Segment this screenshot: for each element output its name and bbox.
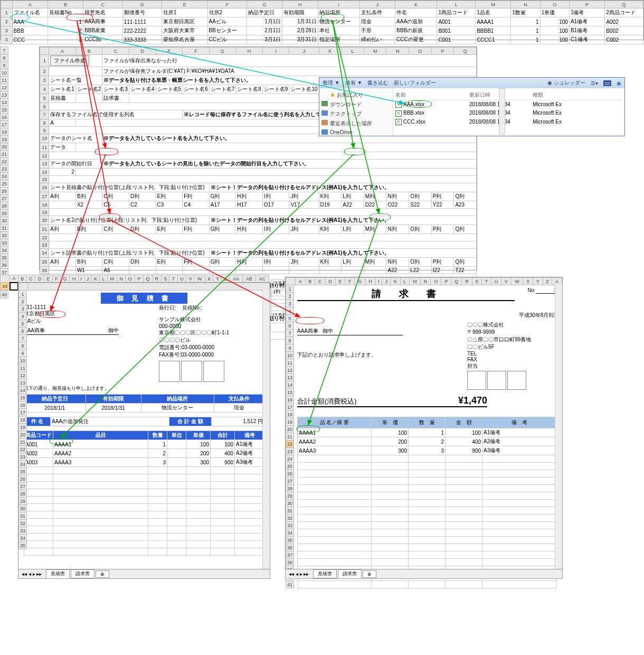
table-row[interactable]: A003AAAA33300900A3備考 <box>24 458 264 467</box>
shredder-button[interactable]: ◉ シュレッダー <box>547 79 585 87</box>
favorites[interactable]: ★ お気に入り <box>321 90 391 100</box>
xlsx-icon <box>395 101 402 108</box>
file-dialog: 整理 ▼ 共有 ▼ 書き込む 新しいフォルダー ◉ シュレッダー ☰▾ ▭ ◉ … <box>319 77 625 136</box>
data-row[interactable]: 2AAA1AAA商事111-1111東京都目黒区AAビル1月1日1月31日物流セ… <box>1 17 643 26</box>
write-button[interactable]: 書き込む <box>367 79 389 87</box>
outer-row-headers: 7891011121314151617181920212223242526272… <box>0 46 10 298</box>
table-row[interactable]: A002AAAA22200400A2備考 <box>24 449 264 458</box>
tab-quote[interactable]: 見積書 <box>313 569 337 578</box>
file-row[interactable]: BBB.xlsx2018/08/08 10:34Microsoft Ex <box>395 109 622 117</box>
scrollbar[interactable] <box>262 290 270 569</box>
tab-quote[interactable]: 見積書 <box>46 569 70 578</box>
data-row[interactable]: 3BBB2BBB産業222-2222大阪府大東市BBセンター2月1日2月28日本… <box>1 26 643 35</box>
recent[interactable]: 最近表示した場所 <box>321 119 391 128</box>
file-create-button[interactable]: ファイル作成 <box>50 55 89 66</box>
table-row[interactable]: AAAA11001100A1備考 <box>298 428 557 437</box>
view-icon[interactable]: ☰▾ <box>591 80 598 86</box>
table-row[interactable]: AAAA22002400A2備考 <box>298 437 557 446</box>
invoice-sheet: ABCDEFGHIJKLMNOPQRSTUVWXYZA 請 求 書No 1 平成… <box>285 277 563 579</box>
help-icon[interactable]: ◉ <box>617 80 621 86</box>
quote-title: 御 見 積 書 <box>101 293 188 304</box>
scrollbar[interactable] <box>555 285 562 569</box>
table-row[interactable]: A001AAAA11100100A1備考 <box>24 440 264 449</box>
file-row[interactable]: AAA.xlsx2018/08/08 10:34Microsoft Ex <box>395 100 622 109</box>
desktop[interactable]: デスクトップ <box>321 109 391 119</box>
label: ファイルが保存出来なかった行 <box>102 55 477 67</box>
active-cell[interactable] <box>10 283 18 290</box>
onedrive[interactable]: OneDrive <box>321 128 391 136</box>
invoice-customer: AAA商事 <box>297 328 318 334</box>
tab-invoice[interactable]: 請求書 <box>338 569 362 578</box>
quote-sheet: 御 見 積 書 111-1111 東京都目黒区 AAビル AAA商事御中 発行日… <box>18 282 270 579</box>
data-row[interactable]: 4CCC3CCC卸333-3333愛知県名古屋CCビル3月1日3月31日指定場所… <box>1 35 643 44</box>
file-row[interactable]: CCC.xlsx2018/08/08 10:34Microsoft Ex <box>395 118 622 126</box>
share-button[interactable]: 共有 ▼ <box>345 79 363 87</box>
newfolder-button[interactable]: 新しいフォルダー <box>394 79 436 87</box>
xlsx-icon <box>395 110 402 117</box>
xlsx-icon <box>395 119 402 125</box>
col-headers: ABCDEFGHIJKLMNOPQ <box>1 1 643 8</box>
organize-button[interactable]: 整理 ▼ <box>323 79 340 87</box>
tab-invoice[interactable]: 請求書 <box>71 569 94 578</box>
preview-icon[interactable]: ▭ <box>603 80 611 86</box>
table-row[interactable]: AAAA33003900A3備考 <box>298 446 557 455</box>
tab-new[interactable]: ⊕ <box>96 570 109 578</box>
invoice-title: 請 求 書 <box>297 287 515 301</box>
tab-new[interactable]: ⊕ <box>363 570 376 578</box>
scrollbar[interactable] <box>499 88 505 135</box>
downloads[interactable]: ダウンロード <box>321 100 391 109</box>
top-data-sheet: ABCDEFGHIJKLMNOPQ 1ファイル名見積書No得意先名郵便番号住所1… <box>0 0 644 40</box>
